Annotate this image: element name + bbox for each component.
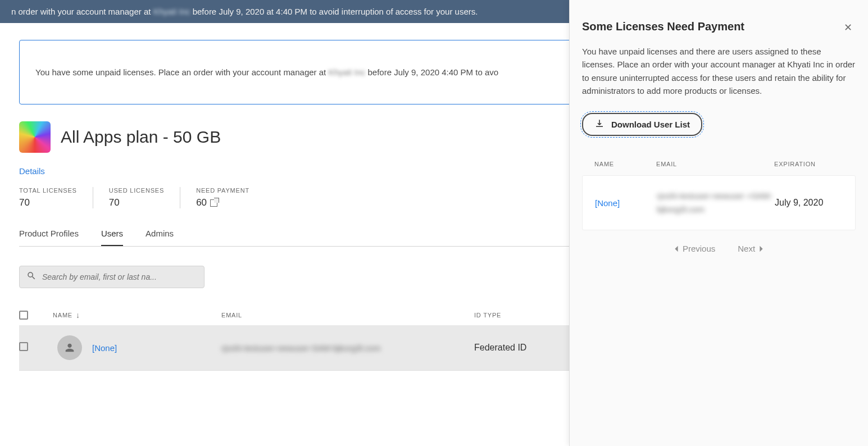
warning-suffix: before July 9, 2020 4:40 PM to avo (365, 67, 498, 77)
stat-total-label: TOTAL LICENSES (19, 187, 77, 194)
row-checkbox[interactable] (19, 342, 28, 351)
search-input[interactable] (37, 272, 197, 281)
sort-arrow-icon: ↓ (76, 311, 80, 320)
col-name[interactable]: NAME ↓ (53, 311, 221, 320)
modal-title: Some Licenses Need Payment (582, 20, 744, 33)
stat-need-label: NEED PAYMENT (196, 187, 249, 194)
stat-total-value: 70 (19, 197, 77, 208)
stat-used-label: USED LICENSES (109, 187, 164, 194)
plan-title: All Apps plan - 50 GB (61, 128, 221, 147)
select-all-checkbox[interactable] (19, 311, 28, 320)
modal-user-email: rjoshi-testuser-newuser +SAM-bjkorg3l.co… (657, 189, 775, 216)
banner-suffix: before July 9, 2020 at 4:40 PM to avoid … (190, 7, 478, 16)
popup-icon[interactable] (210, 199, 217, 207)
download-user-list-button[interactable]: Download User List (582, 113, 702, 136)
download-label: Download User List (611, 120, 690, 129)
tab-users[interactable]: Users (101, 222, 123, 246)
tab-product-profiles[interactable]: Product Profiles (19, 222, 79, 246)
close-icon[interactable]: ✕ (840, 20, 856, 35)
modal-col-email: EMAIL (656, 161, 774, 167)
side-modal: Some Licenses Need Payment ✕ You have un… (569, 0, 868, 446)
search-wrap[interactable] (19, 266, 204, 288)
search-icon (26, 271, 37, 283)
warning-company: Khyati Inc (328, 67, 365, 77)
modal-user-name[interactable]: [None] (595, 198, 657, 208)
modal-expiration: July 9, 2020 (775, 198, 865, 208)
creative-cloud-icon (19, 121, 51, 153)
modal-table-row[interactable]: [None] rjoshi-testuser-newuser +SAM-bjko… (582, 175, 856, 230)
previous-button[interactable]: Previous (674, 244, 715, 253)
modal-col-name: NAME (594, 161, 656, 167)
download-icon (594, 119, 605, 130)
warning-prefix: You have some unpaid licenses. Place an … (35, 67, 328, 77)
banner-prefix: n order with your account manager at (11, 7, 153, 16)
details-link[interactable]: Details (19, 166, 45, 176)
modal-body: You have unpaid licenses and there are u… (582, 45, 856, 97)
tab-admins[interactable]: Admins (146, 222, 174, 246)
stat-need-value: 60 (196, 197, 207, 208)
stat-used-value: 70 (109, 197, 164, 208)
avatar (57, 335, 82, 360)
banner-company: Khyati Inc (153, 7, 190, 16)
next-button[interactable]: Next (738, 244, 764, 253)
user-email: rjoshi-testuser-newuser-SAM-bjkorg3l.com (221, 343, 474, 353)
col-email[interactable]: EMAIL (221, 311, 474, 320)
modal-col-expiration: EXPIRATION (774, 161, 864, 167)
user-name-link[interactable]: [None] (92, 343, 117, 353)
